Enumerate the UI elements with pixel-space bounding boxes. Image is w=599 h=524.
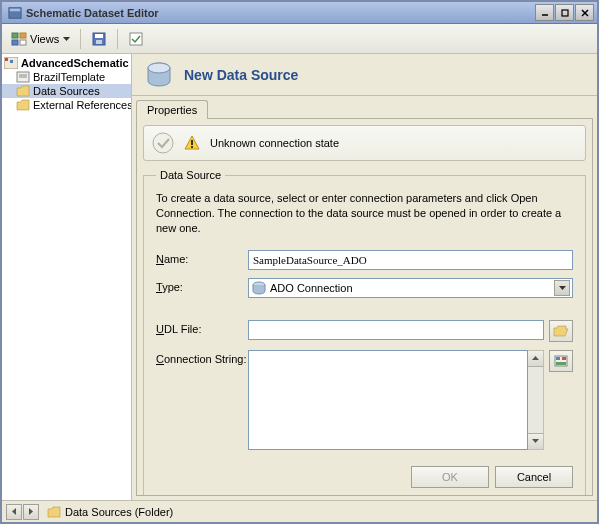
page-title: New Data Source xyxy=(184,67,298,83)
connstring-build-button[interactable] xyxy=(549,350,573,372)
svg-rect-33 xyxy=(562,357,566,360)
save-button[interactable] xyxy=(86,28,112,50)
tree-item-datasources[interactable]: Data Sources xyxy=(2,84,131,98)
svg-point-26 xyxy=(191,146,193,148)
type-value: ADO Connection xyxy=(270,282,554,294)
content-header: New Data Source xyxy=(132,54,597,96)
type-select[interactable]: ADO Connection xyxy=(248,278,573,298)
minimize-button[interactable] xyxy=(535,4,554,21)
tree-label: External References xyxy=(33,99,132,111)
tree-item-braziltemplate[interactable]: BrazilTemplate xyxy=(2,70,131,84)
ado-icon xyxy=(251,280,267,296)
dropdown-arrow-icon xyxy=(554,280,570,296)
udl-label: UDL File: xyxy=(156,320,248,335)
connection-status-icon xyxy=(152,132,174,154)
folder-icon xyxy=(16,85,30,97)
svg-rect-16 xyxy=(5,58,8,61)
svg-rect-17 xyxy=(10,60,13,63)
svg-point-23 xyxy=(153,133,173,153)
svg-marker-28 xyxy=(559,286,566,290)
folder-icon xyxy=(47,506,61,518)
app-icon xyxy=(8,6,22,20)
ok-button[interactable]: OK xyxy=(411,466,489,488)
statusbar-text: Data Sources (Folder) xyxy=(65,506,173,518)
svg-marker-30 xyxy=(532,439,539,443)
svg-rect-13 xyxy=(96,40,102,44)
template-icon xyxy=(16,71,30,83)
views-icon xyxy=(11,31,27,47)
tab-content: Unknown connection state Data Source To … xyxy=(136,118,593,496)
check-icon xyxy=(128,31,144,47)
name-input[interactable] xyxy=(248,250,573,270)
tree-root[interactable]: AdvancedSchematic xyxy=(2,56,131,70)
svg-rect-1 xyxy=(10,8,21,11)
udl-browse-button[interactable] xyxy=(549,320,573,342)
svg-marker-36 xyxy=(29,508,33,515)
tree-panel: AdvancedSchematic BrazilTemplate Data So… xyxy=(2,54,132,500)
svg-marker-10 xyxy=(63,37,70,41)
maximize-button[interactable] xyxy=(555,4,574,21)
datasource-fieldset: Data Source To create a data source, sel… xyxy=(143,169,586,496)
scrollbar[interactable] xyxy=(528,350,544,450)
svg-rect-12 xyxy=(95,34,103,38)
views-dropdown[interactable]: Views xyxy=(6,28,75,50)
scroll-left-icon[interactable] xyxy=(6,504,22,520)
name-label: Name: xyxy=(156,250,248,265)
connstring-input[interactable] xyxy=(248,350,528,450)
toolbar: Views xyxy=(2,24,597,54)
open-folder-icon xyxy=(553,324,569,338)
scroll-right-icon[interactable] xyxy=(23,504,39,520)
svg-rect-8 xyxy=(12,40,18,45)
svg-rect-7 xyxy=(20,33,26,38)
svg-rect-14 xyxy=(130,33,142,45)
svg-rect-9 xyxy=(20,40,26,45)
folder-icon xyxy=(16,99,30,111)
svg-marker-35 xyxy=(12,508,16,515)
tree-item-externalrefs[interactable]: External References xyxy=(2,98,131,112)
tree-root-label: AdvancedSchematic xyxy=(21,57,129,69)
save-icon xyxy=(91,31,107,47)
window: Schematic Dataset Editor Views AdvancedS… xyxy=(0,0,599,524)
svg-rect-34 xyxy=(556,362,566,365)
type-label: Type: xyxy=(156,278,248,293)
warning-icon xyxy=(184,135,200,151)
content-panel: New Data Source Properties Unknown conne… xyxy=(132,54,597,500)
check-button[interactable] xyxy=(123,28,149,50)
udl-input[interactable] xyxy=(248,320,544,340)
statusbar: Data Sources (Folder) xyxy=(2,500,597,522)
svg-point-22 xyxy=(148,63,170,73)
datasource-icon xyxy=(144,61,174,89)
window-title: Schematic Dataset Editor xyxy=(26,7,535,19)
svg-rect-6 xyxy=(12,33,18,38)
builder-icon xyxy=(553,354,569,368)
tree-label: Data Sources xyxy=(33,85,100,97)
svg-rect-3 xyxy=(562,10,568,16)
svg-rect-32 xyxy=(556,357,560,360)
svg-marker-29 xyxy=(532,356,539,360)
scroll-down-icon[interactable] xyxy=(528,433,543,449)
tab-bar: Properties xyxy=(132,100,597,119)
cancel-button[interactable]: Cancel xyxy=(495,466,573,488)
status-box: Unknown connection state xyxy=(143,125,586,161)
tab-properties[interactable]: Properties xyxy=(136,100,208,119)
fieldset-legend: Data Source xyxy=(156,169,225,181)
tree-label: BrazilTemplate xyxy=(33,71,105,83)
connstring-label: Connection String: xyxy=(156,350,248,365)
status-text: Unknown connection state xyxy=(210,137,339,149)
close-button[interactable] xyxy=(575,4,594,21)
description-text: To create a data source, select or enter… xyxy=(156,191,573,236)
scroll-up-icon[interactable] xyxy=(528,351,543,367)
views-label: Views xyxy=(30,33,59,45)
schematic-icon xyxy=(4,57,18,69)
titlebar: Schematic Dataset Editor xyxy=(2,2,597,24)
main-area: AdvancedSchematic BrazilTemplate Data So… xyxy=(2,54,597,500)
